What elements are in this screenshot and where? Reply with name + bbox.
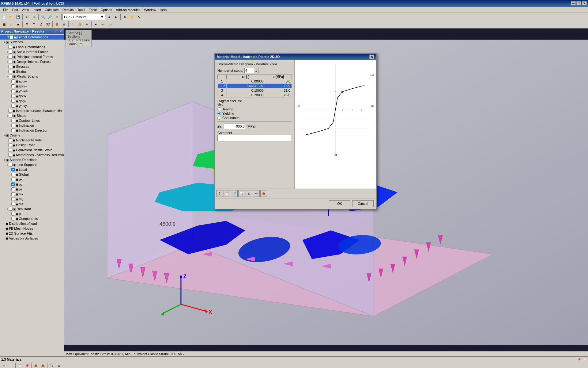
spinner-down[interactable]: ▼ — [254, 71, 258, 73]
tree-item-3[interactable]: ▶ ▣Basic Internal Forces — [0, 49, 64, 54]
tree-check-0[interactable] — [9, 35, 13, 39]
tree-check-29[interactable] — [11, 178, 15, 181]
tree-check-5[interactable] — [9, 60, 13, 63]
menu-tools[interactable]: Tools — [75, 7, 87, 12]
tree-check-23[interactable] — [8, 148, 12, 152]
tree-item-24[interactable]: ▣Membranes - Stiffness Reduction — [0, 152, 64, 157]
tb-select[interactable]: ↖ — [136, 13, 142, 20]
modal-tb-5[interactable]: ⚙ — [246, 190, 252, 197]
lc-dropdown[interactable]: LC2 - Pressure ▼ — [62, 14, 105, 20]
bt-paste[interactable]: 📌 — [24, 362, 30, 368]
panel-pin-btn[interactable]: 📌 — [54, 29, 58, 33]
tree-item-11[interactable]: ▣γp-xy+ — [0, 89, 64, 94]
menu-edit[interactable]: Edit — [10, 7, 20, 12]
tree-check-14[interactable] — [11, 104, 15, 108]
tree-item-26[interactable]: ▶ ▣Line Supports — [0, 162, 64, 167]
stress-strain-row-0[interactable]: 10.000000.0 — [218, 79, 292, 84]
tb-zoom-in[interactable]: 🔍 — [40, 13, 46, 20]
comment-input[interactable] — [217, 135, 292, 141]
tree-check-37[interactable] — [11, 217, 15, 220]
tree-item-30[interactable]: ▣py — [0, 182, 64, 187]
tree-item-22[interactable]: ▣Design Ratio — [0, 143, 64, 148]
tb-rotate[interactable]: ↻ — [122, 13, 128, 20]
tree-check-19[interactable] — [11, 128, 15, 132]
modal-tb-4[interactable]: 📊 — [238, 190, 245, 197]
tree-item-36[interactable]: ▣p — [0, 211, 64, 216]
menu-results[interactable]: Results — [61, 7, 76, 12]
radio-yielding-input[interactable] — [217, 112, 221, 115]
modal-tb-1[interactable]: ? — [216, 190, 223, 197]
tree-check-33[interactable] — [11, 197, 15, 201]
radio-tearing-input[interactable] — [217, 107, 221, 111]
tree-check-27[interactable] — [11, 168, 15, 171]
bt-export[interactable]: 📤 — [32, 362, 39, 368]
tb-render[interactable]: ▦ — [1, 21, 7, 28]
tb-y-view[interactable]: Y — [31, 21, 37, 28]
tree-item-37[interactable]: ▣Components — [0, 216, 64, 221]
menu-view[interactable]: View — [20, 7, 31, 12]
tree-item-4[interactable]: ▶ ▣Principal Internal Forces — [0, 54, 64, 59]
tree-check-11[interactable] — [11, 89, 15, 93]
modal-tb-6[interactable]: ✏ — [253, 190, 260, 197]
tb-open[interactable]: 📂 — [8, 13, 14, 20]
stress-strain-row-2[interactable]: 30.1000021.0 — [218, 88, 292, 93]
minimize-btn[interactable]: — — [571, 1, 576, 6]
radio-continuous-input[interactable] — [217, 116, 221, 120]
tree-check-8[interactable] — [9, 75, 13, 78]
tree-item-2[interactable]: ▣Local Deformations — [0, 44, 64, 49]
tb-next-lc[interactable]: ► — [113, 13, 119, 20]
panel-close-btn[interactable]: ✕ — [58, 29, 63, 33]
tree-check-31[interactable] — [11, 187, 15, 191]
tb-wireframe[interactable]: □ — [8, 21, 14, 28]
tree-check-2[interactable] — [8, 45, 12, 49]
stress-strain-row-3[interactable]: 40.2000025.0 — [218, 93, 292, 98]
tree-check-26[interactable] — [9, 163, 13, 167]
tree-item-14[interactable]: ▣γp-xy- — [0, 103, 64, 108]
tb-deform-results[interactable]: ⌇ — [70, 21, 76, 28]
stress-strain-row-1[interactable]: 21.6667E-0215.0 — [218, 84, 292, 88]
tree-item-23[interactable]: ▣Equivalent Plastic Strain — [0, 148, 64, 152]
tree-item-25[interactable]: ▶ ▣Support Reactions — [0, 157, 64, 162]
bt-import[interactable]: 📥 — [40, 362, 46, 368]
tree-check-21[interactable] — [8, 138, 12, 142]
tb-color-scale[interactable]: 🌈 — [77, 21, 83, 28]
tree-check-15[interactable] — [8, 109, 12, 113]
tree-check-9[interactable] — [11, 79, 15, 83]
tree-item-9[interactable]: ▣εp-x+ — [0, 79, 64, 84]
tb-redo[interactable]: ↪ — [31, 13, 37, 20]
num-steps-input[interactable] — [245, 68, 254, 73]
tree-item-29[interactable]: ▣px — [0, 177, 64, 182]
modal-tb-3[interactable]: 🔄 — [231, 190, 238, 197]
modal-tb-7[interactable]: 📤 — [260, 190, 267, 197]
tree-check-4[interactable] — [9, 55, 13, 59]
menu-window[interactable]: Window — [142, 7, 158, 12]
tree-check-32[interactable] — [11, 192, 15, 196]
tree-check-16[interactable] — [9, 114, 13, 117]
tree-check-22[interactable] — [8, 143, 12, 147]
tree-item-13[interactable]: ▣εp-y- — [0, 98, 64, 103]
menu-file[interactable]: File — [1, 7, 10, 12]
tree-check-35[interactable] — [9, 207, 13, 211]
tree-check-6[interactable] — [8, 65, 12, 68]
tree-check-30[interactable] — [11, 182, 15, 186]
tree-check-34[interactable] — [11, 202, 15, 206]
bt-add-row[interactable]: + — [1, 362, 7, 368]
tree-item-33[interactable]: ▣my — [0, 197, 64, 201]
menu-insert[interactable]: Insert — [31, 7, 43, 12]
tb-3d-view[interactable]: 3D — [45, 21, 51, 28]
tree-item-39[interactable]: ▣FE Mesh Nodes — [0, 226, 64, 231]
tb-contour[interactable]: ≋ — [84, 21, 90, 28]
tree-item-27[interactable]: ▣Local — [0, 167, 64, 172]
tb-surfaces-on[interactable]: ▭ — [107, 21, 113, 28]
menu-table[interactable]: Table — [87, 7, 99, 12]
tree-item-20[interactable]: ▶ ▣Criteria — [0, 133, 64, 138]
tree-item-28[interactable]: ▣Global — [0, 172, 64, 177]
cancel-button[interactable]: Cancel — [352, 200, 374, 207]
modal-tb-2[interactable]: 📋 — [224, 190, 230, 197]
menu-calculate[interactable]: Calculate — [43, 7, 61, 12]
modal-close-btn[interactable]: ✕ — [369, 55, 374, 59]
tb-z-view[interactable]: Z — [38, 21, 44, 28]
close-btn[interactable]: ✕ — [582, 1, 587, 6]
tb-save[interactable]: 💾 — [15, 13, 21, 20]
materials-close-btn[interactable]: ✕ — [582, 357, 587, 362]
